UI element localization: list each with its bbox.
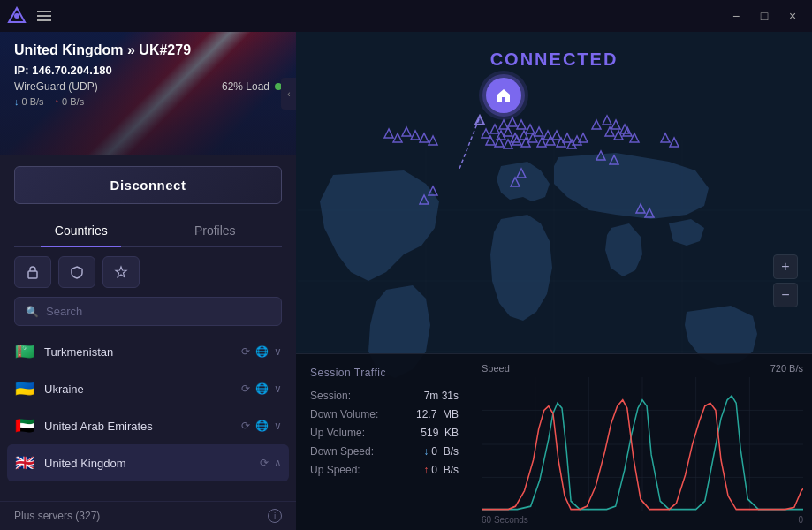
- search-wrapper: 🔍: [14, 297, 282, 326]
- minimize-button[interactable]: −: [724, 5, 748, 26]
- connection-ip: IP: 146.70.204.180: [14, 64, 282, 77]
- search-input[interactable]: [46, 305, 270, 318]
- country-item-uae[interactable]: 🇦🇪 United Arab Emirates ⟳ 🌐 ∨: [7, 407, 289, 444]
- chevron-down-icon-uae[interactable]: ∨: [274, 420, 282, 432]
- chart-canvas: [482, 377, 803, 511]
- country-item-ukraine[interactable]: 🇺🇦 Ukraine ⟳ 🌐 ∨: [7, 370, 289, 407]
- svg-marker-25: [526, 125, 535, 133]
- main-content: United Kingdom » UK#279 IP: 146.70.204.1…: [0, 32, 812, 530]
- up-arrow-icon: ↑: [423, 464, 429, 476]
- session-label-downvol: Down Volume:: [310, 408, 378, 420]
- protocol-label: WireGuard (UDP): [14, 80, 98, 93]
- globe-icon-turkmenistan[interactable]: 🌐: [255, 345, 269, 358]
- chart-area: Speed 720 B/s: [473, 354, 812, 530]
- country-item-uk[interactable]: 🇬🇧 United Kingdom ⟳ ∧: [7, 444, 289, 481]
- svg-marker-31: [557, 138, 565, 147]
- tabs-section: Countries Profiles: [0, 215, 296, 247]
- download-value: 0 B/s: [22, 96, 44, 107]
- svg-marker-34: [573, 136, 581, 145]
- left-panel: United Kingdom » UK#279 IP: 146.70.204.1…: [0, 32, 296, 530]
- session-row-downspeed: Down Speed: ↓ 0 B/s: [310, 445, 459, 458]
- zoom-in-button[interactable]: +: [773, 254, 798, 279]
- chart-time-start: 60 Seconds: [482, 515, 528, 525]
- session-label-upvol: Up Volume:: [310, 427, 365, 439]
- country-item-turkmenistan[interactable]: 🇹🇲 Turkmenistan ⟳ 🌐 ∨: [7, 333, 289, 370]
- chevron-up-icon-uk[interactable]: ∧: [274, 457, 282, 469]
- svg-marker-39: [411, 131, 420, 140]
- chart-header: Speed 720 B/s: [482, 363, 803, 374]
- svg-marker-28: [537, 138, 546, 147]
- svg-marker-13: [504, 127, 512, 136]
- refresh-icon-ukraine[interactable]: ⟳: [241, 382, 250, 395]
- svg-marker-60: [475, 116, 484, 125]
- svg-marker-52: [636, 204, 645, 213]
- titlebar-left: [7, 6, 55, 26]
- window-controls: − □ ×: [724, 5, 805, 26]
- svg-marker-44: [611, 120, 620, 129]
- svg-marker-29: [546, 136, 555, 145]
- session-value-session: 7m 31s: [424, 390, 459, 402]
- svg-marker-49: [630, 133, 639, 142]
- hero-content: United Kingdom » UK#279 IP: 146.70.204.1…: [0, 32, 296, 117]
- svg-marker-50: [596, 151, 605, 160]
- country-name-turkmenistan: Turkmenistan: [44, 345, 232, 359]
- search-icon: 🔍: [26, 306, 39, 318]
- chevron-down-icon-ukraine[interactable]: ∨: [274, 382, 282, 395]
- svg-marker-23: [508, 117, 517, 126]
- country-name-uae: United Arab Emirates: [44, 420, 232, 433]
- flag-ukraine: 🇺🇦: [14, 379, 35, 398]
- tab-bar: Countries Profiles: [14, 215, 282, 247]
- country-name-uk: United Kingdom: [44, 457, 251, 470]
- session-row-upvol: Up Volume: 519 KB: [310, 427, 459, 439]
- refresh-icon-uk[interactable]: ⟳: [260, 457, 269, 469]
- shield-icon: [70, 265, 84, 279]
- map-controls: + −: [773, 254, 798, 307]
- svg-marker-26: [535, 127, 543, 136]
- collapse-panel-button[interactable]: ‹: [281, 78, 296, 110]
- svg-marker-33: [567, 140, 576, 148]
- svg-point-1: [14, 13, 19, 19]
- filter-lock-button[interactable]: [14, 256, 51, 288]
- session-value-downvol: 12.7 MB: [416, 408, 459, 420]
- svg-rect-2: [28, 271, 37, 278]
- speed-chart-svg: [482, 377, 803, 511]
- country-actions-uk: ⟳ ∧: [260, 457, 282, 469]
- filter-star-button[interactable]: [102, 256, 140, 288]
- connection-meta: WireGuard (UDP) 62% Load: [14, 80, 282, 93]
- svg-marker-20: [521, 138, 530, 147]
- chart-time-end: 0: [798, 515, 803, 525]
- tab-profiles[interactable]: Profiles: [148, 215, 283, 246]
- svg-marker-12: [497, 131, 505, 140]
- country-actions-ukraine: ⟳ 🌐 ∨: [241, 382, 282, 395]
- zoom-out-button[interactable]: −: [773, 283, 798, 307]
- svg-marker-15: [486, 136, 495, 145]
- upload-speed: ↑ 0 B/s: [55, 96, 85, 107]
- svg-marker-54: [429, 186, 437, 195]
- session-value-upvol: 519 KB: [421, 427, 459, 439]
- load-info: 62% Load: [222, 80, 282, 93]
- globe-icon-uae[interactable]: 🌐: [255, 420, 269, 432]
- svg-marker-17: [504, 140, 512, 148]
- menu-button[interactable]: [34, 7, 55, 25]
- svg-marker-30: [552, 131, 561, 140]
- disconnect-button[interactable]: Disconnect: [14, 166, 282, 204]
- maximize-button[interactable]: □: [752, 5, 777, 26]
- svg-marker-32: [563, 133, 572, 142]
- refresh-icon-turkmenistan[interactable]: ⟳: [241, 345, 250, 358]
- session-panel: Session Traffic Session: 7m 31s Down Vol…: [296, 353, 812, 530]
- svg-marker-16: [495, 138, 504, 147]
- download-arrow-icon: ↓: [14, 96, 19, 107]
- info-icon[interactable]: i: [268, 509, 282, 523]
- home-marker[interactable]: [486, 78, 521, 113]
- refresh-icon-uae[interactable]: ⟳: [241, 420, 250, 432]
- svg-marker-22: [499, 120, 508, 129]
- svg-marker-51: [610, 155, 618, 164]
- session-title: Session Traffic: [310, 367, 459, 379]
- close-button[interactable]: ×: [780, 5, 805, 26]
- flag-uk: 🇬🇧: [14, 453, 35, 473]
- tab-countries[interactable]: Countries: [14, 215, 148, 246]
- globe-icon-ukraine[interactable]: 🌐: [255, 382, 269, 395]
- star-icon: [114, 265, 128, 279]
- chevron-down-icon-turkmenistan[interactable]: ∨: [274, 345, 282, 358]
- filter-shield-button[interactable]: [58, 256, 95, 288]
